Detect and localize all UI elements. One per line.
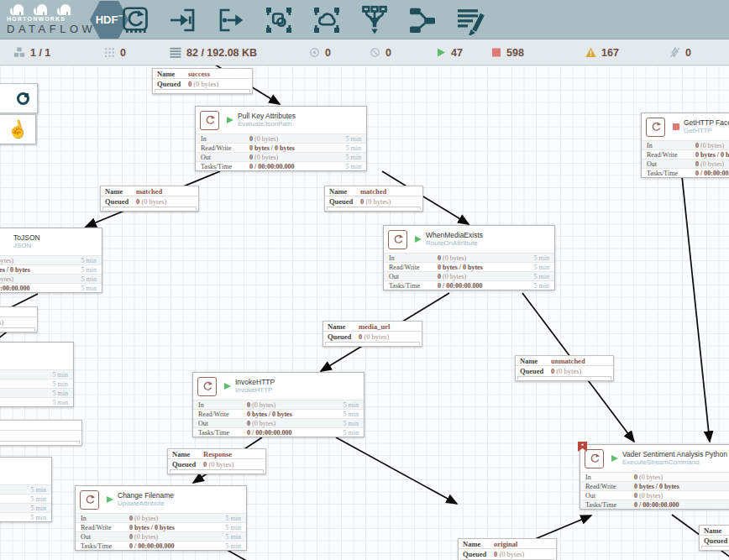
stat-row: Read/Write0 bytes / 0 bytes 5 min [0,264,102,274]
queued-value: 0 (0 bytes) [136,197,166,206]
connection-queued-row: Queued [0,431,81,441]
processor-tojson[interactable]: ToJSONJSONIn0 (0 bytes)5 minRead/Write0 … [0,228,102,293]
processor-invokehttp[interactable]: InvokeHTTPInvokeHTTPIn0 (0 bytes)5 minRe… [192,372,364,437]
comment-flag-icon [578,442,587,452]
stat-window: 5 min [31,514,46,521]
stat-label: In [585,474,634,481]
processor-type: UpdateAttribute [118,500,174,507]
stat-window: 5 min [226,533,241,541]
connection-queued-row: Queued0 (0 bytes) [459,549,556,559]
stat-value: 0 (0 bytes) [247,420,344,427]
template-tool[interactable] [405,3,440,37]
cluster-count: 1 / 1 [30,47,50,59]
processor-title: WhenMediaExists [426,232,483,240]
queued-key: Queued [157,80,184,88]
processor-type: ExecuteStreamCommand [622,458,727,466]
queued-key: Queued [328,332,354,341]
connection-queued-row: Queued0 (0 bytes) [101,196,198,207]
stat-window: 5 min [53,399,68,406]
name-key: Name [704,526,729,535]
queue-size-bar [0,441,80,444]
stat-value: 0 (0 bytes) [695,160,729,168]
stat-label: In [389,254,438,262]
stat-not-transmitting: 0 [370,39,391,65]
connection-label-partial-left-2[interactable]: NameQueued [0,420,82,446]
processor-title: InvokeHTTP [235,379,275,387]
stat-window: 5 min [31,505,46,512]
stat-value: 0 bytes / 0 bytes [129,524,226,531]
processor-partial-left-a[interactable]: 5 min 5 min 5 min 5 min [0,342,74,407]
processor-pull-key-attributes[interactable]: Pull Key AttributesEvaluateJsonPathIn0 (… [195,106,367,171]
stat-window: 5 min [344,429,359,437]
stopped-status-icon [673,123,679,130]
connection-label-matched-center[interactable]: NamematchedQueued0 (0 bytes) [324,186,423,212]
queue-size-bar [0,327,35,331]
connection-line[interactable] [11,294,38,307]
stat-invalid: 167 [585,39,619,65]
stat-window: 5 min [346,144,361,152]
output-port-tool[interactable] [213,3,249,37]
processor-partial-left-b[interactable]: 5 min 5 min 5 min 5 min [0,457,52,522]
connection-name-row: Name [0,307,37,317]
connection-label-original-center[interactable]: NameoriginalQueued0 (0 bytes) [458,538,557,560]
processor-icon [646,118,665,137]
stat-label: Read/Write [585,483,634,490]
label-tool[interactable] [453,3,488,37]
processor-header: Vader Sentiment Analysis PythonExecuteSt… [580,445,729,472]
name-key: Name [463,540,490,548]
queued-key: Queued [463,550,490,558]
stat-row: 5 min [0,369,73,379]
queue-size-bar [170,469,264,473]
running-status-icon [227,117,233,123]
stat-row: Out0 (0 bytes)5 min [642,159,729,168]
flow-canvas[interactable]: NamesuccessQueued0 (0 bytes)NamematchedQ… [0,65,729,560]
funnel-tool[interactable] [357,3,392,37]
connection-label-response[interactable]: NameResponseQueued0 (0 bytes) [167,448,266,474]
processor-gethttp-facebook[interactable]: GetHTTP FacebookGetHTTPIn0 (0 bytes)5 mi… [641,113,729,178]
queued-key: Queued [105,197,132,206]
processor-whenmediaexists[interactable]: WhenMediaExistsRouteOnAttributeIn0 (0 by… [383,225,555,290]
stat-value: 0 bytes / 0 bytes [634,483,729,490]
stat-value: 0 / 00:00:00.000 [695,170,729,177]
queued-value: 0 (0 bytes) [494,550,524,558]
connection-queued-row: Queued0 (0 bytes) [325,196,422,207]
connection-name-row: Namemedia_url [323,322,422,332]
stat-row: In0 (0 bytes)5 min [580,472,729,481]
stat-row: In0 (0 bytes)5 min [642,140,729,149]
processor-change-filename[interactable]: Change FilenameUpdateAttributeIn0 (0 byt… [75,485,247,551]
stat-row: Tasks/Time0 / 00:00:00.000 5 min [196,161,366,170]
navigate-tool[interactable] [0,83,38,113]
connection-queued-row: Queued0 (0 bytes) [323,332,422,342]
processor-header: ToJSONJSON [0,228,102,255]
stat-value: 0 bytes / 0 bytes [247,411,344,418]
stat-window: 5 min [344,401,359,409]
stat-label: Out [198,420,247,427]
stat-row: Out0 (0 bytes)5 min [0,274,102,283]
connection-label-success[interactable]: NamesuccessQueued0 (0 bytes) [152,68,253,94]
brand-line2: DATAFLOW [7,23,87,35]
queued-value: 0 (0 bytes) [188,80,218,88]
nifi-app: HORTONWORKS DATAFLOW HDF™ [0,0,729,560]
connection-label-partial-left-1[interactable]: NameQueued0 (0 bytes) [0,306,38,332]
input-port-tool[interactable] [165,3,201,37]
processor-title: Pull Key Attributes [238,113,296,121]
remote-process-group-tool[interactable] [309,3,344,37]
hortonworks-logo: HORTONWORKS DATAFLOW [7,2,87,35]
processor-title: Vader Sentiment Analysis Python [622,451,727,459]
connection-line[interactable] [682,176,710,442]
connection-label-unmatched[interactable]: NameunmatchedQueued0 (0 bytes) [515,355,614,381]
stat-row: 5 min [0,484,51,494]
connection-label-matched-left[interactable]: NamematchedQueued0 (0 bytes) [100,186,199,212]
connection-label-media-url[interactable]: Namemedia_urlQueued0 (0 bytes) [323,321,422,347]
connection-label-original-right[interactable]: NameoriginalQueued0 (0 bytes) [699,525,729,551]
connection-name-row: NameResponse [168,449,265,459]
stat-value: 0 bytes / 0 bytes [0,266,81,274]
process-group-tool[interactable] [261,3,296,37]
processor-tool[interactable] [118,3,153,37]
connection-line[interactable] [336,437,457,504]
pan-tool[interactable]: ☝ [0,114,36,144]
connection-queued-row: Queued0 (0 bytes) [0,317,37,327]
processor-vader-sentiment[interactable]: Vader Sentiment Analysis PythonExecuteSt… [580,444,729,510]
stat-row: Read/Write0 bytes / 0 bytes 5 min [76,522,246,531]
stat-window: 5 min [226,542,241,550]
